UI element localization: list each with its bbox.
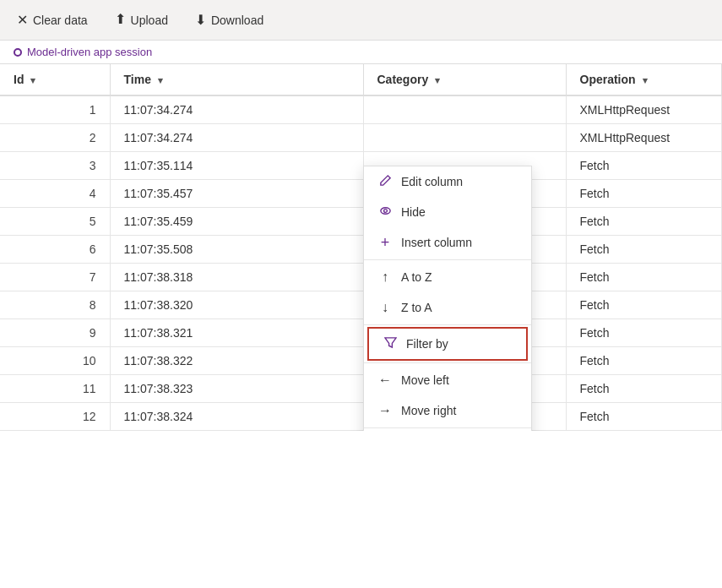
clear-data-button[interactable]: ✕ Clear data [14,7,91,33]
table-row: 12 11:07:38.324 Fetch [0,403,722,431]
cell-operation: Fetch [566,264,722,291]
upload-icon: ⬆ [115,11,126,27]
table-body: 1 11:07:34.274 XMLHttpRequest 2 11:07:34… [0,95,722,431]
menu-label-edit-column: Edit column [401,175,463,188]
menu-item-filter-by[interactable]: Filter by [367,327,528,361]
sort-arrow-id: ▾ [30,75,35,85]
cell-operation: Fetch [566,347,722,375]
menu-label-move-left: Move left [401,373,449,387]
cell-category [363,124,566,152]
cell-time: 11:07:35.457 [110,180,363,208]
table-row: 10 11:07:38.322 Fetch [0,347,722,375]
download-icon: ⬇ [195,12,206,28]
cell-time: 11:07:38.320 [110,291,363,319]
toolbar: ✕ Clear data ⬆ Upload ⬇ Download [0,0,722,41]
menu-label-filter-by: Filter by [406,337,448,351]
col-header-id[interactable]: Id ▾ [0,64,110,95]
table-container: Id ▾ Time ▾ Category ▾ Operation ▾ 1 [0,64,722,431]
table-row: 4 11:07:35.457 Fetch [0,180,722,208]
session-bar: Model-driven app session [0,41,722,64]
cell-operation: Fetch [566,319,722,347]
cell-operation: Fetch [566,152,722,180]
menu-item-edit-column[interactable]: Edit column [364,166,531,197]
cell-time: 11:07:38.321 [110,319,363,347]
cell-time: 11:07:35.459 [110,208,363,236]
insert-column-icon: + [377,235,393,250]
cell-time: 11:07:38.324 [110,403,363,431]
cell-id: 1 [0,95,110,124]
menu-label-move-right: Move right [401,404,456,417]
menu-item-insert-column[interactable]: +Insert column [364,227,531,258]
cell-id: 10 [0,347,110,375]
menu-divider [364,259,531,260]
cell-operation: Fetch [566,180,722,208]
cell-time: 11:07:34.274 [110,95,363,124]
menu-divider [364,427,531,428]
cell-time: 11:07:38.323 [110,375,363,403]
sort-arrow-category: ▾ [435,75,440,85]
cell-operation: Fetch [566,403,722,431]
col-header-operation[interactable]: Operation ▾ [566,64,722,95]
menu-divider [364,324,531,325]
download-button[interactable]: ⬇ Download [192,7,267,33]
menu-label-hide: Hide [401,205,426,219]
cell-time: 11:07:34.274 [110,124,363,152]
filter-by-icon [383,336,398,351]
clear-data-label: Clear data [33,14,88,27]
table-row: 11 11:07:38.323 Fetch [0,375,722,403]
col-header-category[interactable]: Category ▾ [363,64,566,95]
edit-column-icon [377,174,393,189]
z-to-a-icon: ↓ [377,300,393,315]
cell-id: 6 [0,236,110,264]
cell-operation: XMLHttpRequest [566,124,722,152]
sort-arrow-operation: ▾ [643,75,648,85]
menu-label-a-to-z: A to Z [401,270,432,284]
cell-time: 11:07:38.322 [110,347,363,375]
menu-item-move-right[interactable]: →Move right [364,395,531,426]
menu-divider [364,362,531,363]
col-header-time[interactable]: Time ▾ [110,64,363,95]
hide-icon [377,204,393,220]
cell-id: 2 [0,124,110,152]
cell-operation: XMLHttpRequest [566,95,722,124]
cell-id: 4 [0,180,110,208]
table-row: 1 11:07:34.274 XMLHttpRequest [0,95,722,124]
session-indicator [14,48,22,57]
cell-id: 3 [0,152,110,180]
menu-label-z-to-a: Z to A [401,301,432,314]
cell-id: 5 [0,208,110,236]
cell-operation: Fetch [566,291,722,319]
context-menu: Edit columnHide+Insert column↑A to Z↓Z t… [363,166,532,431]
svg-point-1 [383,210,387,213]
cell-time: 11:07:35.508 [110,236,363,264]
table-row: 5 11:07:35.459 Fetch [0,208,722,236]
table-row: 7 11:07:38.318 Fetch [0,264,722,291]
table-row: 8 11:07:38.320 Fetch [0,291,722,319]
table-row: 6 11:07:35.508 Fetch [0,236,722,264]
move-left-icon: ← [377,373,393,388]
clear-icon: ✕ [17,12,28,28]
menu-item-pin-left[interactable]: Pin left [364,430,531,431]
menu-item-move-left[interactable]: ←Move left [364,365,531,395]
session-label: Model-driven app session [27,46,152,58]
cell-id: 7 [0,264,110,291]
table-row: 2 11:07:34.274 XMLHttpRequest [0,124,722,152]
menu-item-hide[interactable]: Hide [364,197,531,227]
menu-label-insert-column: Insert column [401,236,472,249]
cell-time: 11:07:35.114 [110,152,363,180]
cell-operation: Fetch [566,375,722,403]
upload-label: Upload [131,14,168,27]
table-header-row: Id ▾ Time ▾ Category ▾ Operation ▾ [0,64,722,95]
table-row: 9 11:07:38.321 Fetch [0,319,722,347]
menu-item-a-to-z[interactable]: ↑A to Z [364,262,531,292]
svg-marker-2 [384,338,395,347]
move-right-icon: → [377,403,393,418]
cell-id: 11 [0,375,110,403]
data-table: Id ▾ Time ▾ Category ▾ Operation ▾ 1 [0,64,722,431]
svg-point-0 [380,208,389,215]
cell-id: 9 [0,319,110,347]
sort-arrow-time: ▾ [158,75,163,85]
upload-button[interactable]: ⬆ Upload [111,7,171,33]
download-label: Download [211,14,263,27]
menu-item-z-to-a[interactable]: ↓Z to A [364,292,531,323]
